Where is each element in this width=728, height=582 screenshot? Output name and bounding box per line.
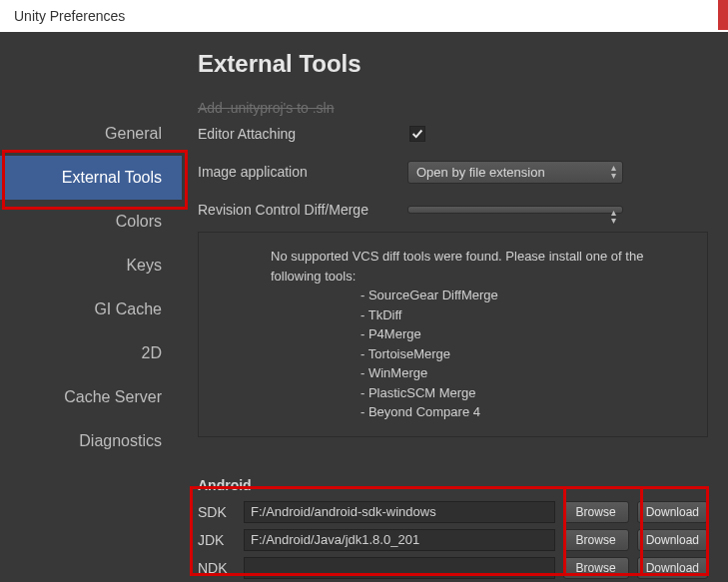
vcs-message-box: No supported VCS diff tools were found. … xyxy=(198,232,708,437)
sidebar-item-label: Diagnostics xyxy=(79,432,162,449)
sdk-path-input[interactable] xyxy=(244,501,555,523)
ndk-browse-button[interactable]: Browse xyxy=(563,557,629,579)
sidebar: General External Tools Colors Keys GI Ca… xyxy=(0,32,182,582)
ndk-row: NDK Browse Download xyxy=(198,557,708,579)
sidebar-item-2d[interactable]: 2D xyxy=(0,331,182,375)
sidebar-item-label: 2D xyxy=(142,344,162,361)
vcs-tool-item: - Beyond Compare 4 xyxy=(361,402,683,422)
sidebar-item-label: External Tools xyxy=(62,169,162,186)
page-title: External Tools xyxy=(198,50,708,78)
revision-control-dropdown[interactable]: ▴▾ xyxy=(407,206,623,214)
sidebar-item-diagnostics[interactable]: Diagnostics xyxy=(0,419,182,463)
vcs-tool-list: - SourceGear DiffMerge - TkDiff - P4Merg… xyxy=(271,286,683,422)
sidebar-item-external-tools[interactable]: External Tools xyxy=(0,156,182,200)
sdk-download-button[interactable]: Download xyxy=(637,501,708,523)
ndk-download-button[interactable]: Download xyxy=(637,557,708,579)
sidebar-item-label: General xyxy=(105,125,162,142)
sdk-browse-button[interactable]: Browse xyxy=(563,501,629,523)
dropdown-value: Open by file extension xyxy=(416,165,545,180)
jdk-download-button[interactable]: Download xyxy=(637,529,708,551)
sidebar-item-label: Colors xyxy=(116,213,162,230)
editor-attaching-row: Editor Attaching xyxy=(198,122,708,146)
sidebar-item-label: Cache Server xyxy=(64,388,162,405)
sdk-label: SDK xyxy=(198,504,236,520)
updown-icon: ▴▾ xyxy=(611,164,616,180)
sidebar-item-gi-cache[interactable]: GI Cache xyxy=(0,288,182,331)
revision-control-row: Revision Control Diff/Merge ▴▾ xyxy=(198,198,708,222)
cutoff-label: Add .unityproj's to .sln xyxy=(198,100,335,116)
sidebar-item-keys[interactable]: Keys xyxy=(0,244,182,288)
vcs-tool-item: - WinMerge xyxy=(361,363,683,383)
ndk-path-input[interactable] xyxy=(244,557,555,579)
window-titlebar: Unity Preferences xyxy=(0,0,728,32)
cutoff-row: Add .unityproj's to .sln xyxy=(198,100,708,116)
image-app-label: Image application xyxy=(198,164,407,180)
ndk-label: NDK xyxy=(198,560,236,576)
vcs-tool-item: - P4Merge xyxy=(361,324,683,344)
sdk-row: SDK Browse Download xyxy=(198,501,708,523)
checkmark-icon xyxy=(410,127,424,141)
vcs-tool-item: - TkDiff xyxy=(361,305,683,325)
image-app-dropdown[interactable]: Open by file extension ▴▾ xyxy=(407,161,623,184)
sidebar-item-colors[interactable]: Colors xyxy=(0,200,182,244)
vcs-tool-item: - PlasticSCM Merge xyxy=(361,383,683,403)
close-button-stub[interactable] xyxy=(718,0,728,30)
vcs-tool-item: - SourceGear DiffMerge xyxy=(361,286,683,305)
sidebar-item-general[interactable]: General xyxy=(0,112,182,156)
android-heading: Android xyxy=(198,477,708,493)
editor-attaching-label: Editor Attaching xyxy=(198,126,407,142)
jdk-path-input[interactable] xyxy=(244,529,555,551)
jdk-row: JDK Browse Download xyxy=(198,529,708,551)
revision-control-label: Revision Control Diff/Merge xyxy=(198,202,407,218)
main-area: General External Tools Colors Keys GI Ca… xyxy=(0,32,728,582)
sidebar-item-label: GI Cache xyxy=(94,300,162,317)
sidebar-item-cache-server[interactable]: Cache Server xyxy=(0,375,182,419)
jdk-browse-button[interactable]: Browse xyxy=(563,529,629,551)
editor-attaching-checkbox[interactable] xyxy=(409,126,425,142)
vcs-tool-item: - TortoiseMerge xyxy=(361,344,683,364)
window-title: Unity Preferences xyxy=(14,8,125,24)
image-app-row: Image application Open by file extension… xyxy=(198,160,708,184)
content-panel: External Tools Add .unityproj's to .sln … xyxy=(182,32,728,582)
android-section: Android SDK Browse Download JDK Browse D… xyxy=(198,477,708,579)
jdk-label: JDK xyxy=(198,532,236,548)
updown-icon: ▴▾ xyxy=(611,209,616,225)
vcs-message-text: No supported VCS diff tools were found. … xyxy=(271,247,683,286)
sidebar-item-label: Keys xyxy=(126,257,162,274)
